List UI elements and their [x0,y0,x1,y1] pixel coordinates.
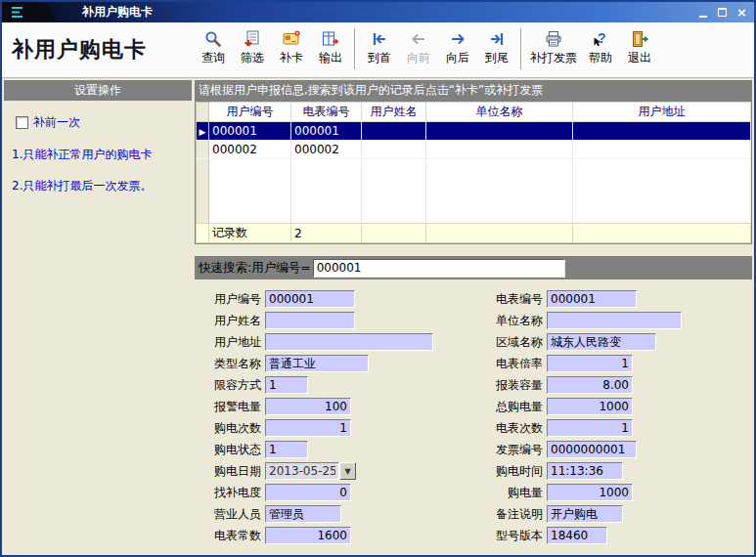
next-button[interactable]: 向后 [438,27,477,67]
meter-constant-input[interactable] [265,527,351,544]
region-name-input[interactable] [547,333,656,351]
meter-id-input[interactable] [547,290,637,308]
purchase-energy-input[interactable] [547,484,633,501]
checkbox-icon[interactable] [16,116,28,129]
col-user-id[interactable]: 用户编号 [209,103,291,122]
field-label: 用户编号 [200,291,261,308]
main-panel: 请根据用户申报信息,搜索到该用户的记录后点击“补卡”或补打发票 用户编号 电表编… [195,80,752,555]
window-title: 补用户购电卡 [82,4,153,21]
field-label: 电表编号 [482,291,543,308]
table-row[interactable]: 000002 000002 [197,141,751,159]
field-label: 找补电度 [200,485,261,501]
alarm-energy-input[interactable] [265,398,351,415]
first-button-label: 到首 [368,50,391,66]
org-name-input[interactable] [547,312,682,329]
chevron-down-icon[interactable]: ▼ [339,462,356,480]
filter-button[interactable]: 筛选 [233,27,272,67]
filter-button-label: 筛选 [241,50,264,66]
sidebar-header: 设置操作 [4,80,192,101]
meter-ratio-input[interactable] [547,355,633,372]
app-logo-icon [4,4,57,21]
pre-once-checkbox[interactable]: 补前一次 [16,114,192,131]
record-count-label: 记录数 [209,224,291,243]
help-button[interactable]: ? 帮助 [581,27,620,67]
invoice-no-input[interactable] [547,441,637,458]
titlebar: 补用户购电卡 × [2,2,754,22]
maximize-icon [718,8,727,17]
row-pointer-icon: ▶ [200,127,206,137]
pre-once-label: 补前一次 [33,114,80,131]
purchase-status-input[interactable] [265,441,308,458]
meter-count-input[interactable] [547,419,633,437]
purchase-count-input[interactable] [265,419,351,437]
col-meter-id[interactable]: 电表编号 [291,103,362,122]
reissue-card-button-label: 补卡 [280,50,303,66]
field-label: 电表次数 [482,420,543,437]
field-label: 购电次数 [200,420,261,437]
reprint-invoice-button[interactable]: 补打发票 [526,27,581,67]
quick-search-bar: 快速搜索:用户编号= [195,256,752,279]
user-address-input[interactable] [265,333,433,351]
search-icon [203,28,223,49]
field-label: 报警电量 [200,399,261,415]
help-icon: ? [591,28,610,49]
model-version-input[interactable] [547,527,607,544]
purchase-date-combo[interactable]: ▼ [265,462,356,480]
field-label: 电表常数 [200,528,261,544]
field-label: 购电时间 [482,463,543,480]
quick-search-input[interactable] [313,259,565,278]
col-user-name[interactable]: 用户姓名 [362,103,426,122]
invoice-icon [544,28,563,49]
purchase-time-input[interactable] [547,462,623,480]
query-button[interactable]: 查询 [194,27,233,67]
content-area: 设置操作 补前一次 1.只能补正常用户的购电卡 2.只能补打最后一次发票。 请根… [2,78,754,555]
table-row[interactable]: ▶ 000001 000001 [197,122,751,141]
installed-capacity-input[interactable] [547,376,633,394]
prev-button-label: 向前 [407,50,430,66]
limit-mode-input[interactable] [265,376,308,394]
sidebar-note-1: 1.只能补正常用户的购电卡 [12,147,186,162]
next-button-label: 向后 [446,50,469,66]
adjust-energy-input[interactable] [265,484,351,501]
operator-input[interactable] [265,505,341,523]
reprint-invoice-button-label: 补打发票 [530,50,577,66]
exit-button-label: 退出 [628,50,651,66]
last-button[interactable]: 到尾 [477,27,516,67]
next-icon [448,28,467,49]
card-icon [282,28,301,49]
close-button[interactable]: × [734,5,750,20]
minimize-button[interactable] [694,5,711,20]
help-button-label: 帮助 [589,50,612,66]
filter-icon [243,28,262,49]
prev-button[interactable]: 向前 [399,27,438,67]
query-button-label: 查询 [201,50,225,66]
purchase-date-input[interactable] [265,462,339,480]
reissue-card-button[interactable]: 补卡 [272,27,311,67]
first-button[interactable]: 到首 [360,27,399,67]
field-label: 报装容量 [482,377,543,394]
last-button-label: 到尾 [485,50,509,66]
user-name-input[interactable] [265,312,355,329]
col-org-name[interactable]: 单位名称 [426,103,573,122]
user-id-input[interactable] [265,290,355,308]
maximize-button[interactable] [714,5,731,20]
field-label: 用户地址 [200,334,261,351]
last-icon [487,28,507,49]
type-name-input[interactable] [265,355,369,372]
total-energy-input[interactable] [547,398,633,415]
field-label: 总购电量 [482,399,543,415]
close-icon: × [736,5,747,20]
field-label: 限容方式 [200,377,261,394]
export-button[interactable]: 输出 [311,27,350,67]
col-user-address[interactable]: 用户地址 [573,103,751,122]
field-label: 购电量 [482,485,543,501]
field-label: 型号版本 [482,528,543,544]
exit-button[interactable]: 退出 [620,27,659,67]
field-label: 发票编号 [482,442,543,458]
prev-icon [409,28,428,49]
quick-search-label: 快速搜索:用户编号= [199,260,311,277]
remark-input[interactable] [547,505,623,523]
svg-text:?: ? [598,30,606,46]
field-label: 营业人员 [200,506,261,523]
field-label: 类型名称 [200,356,261,372]
